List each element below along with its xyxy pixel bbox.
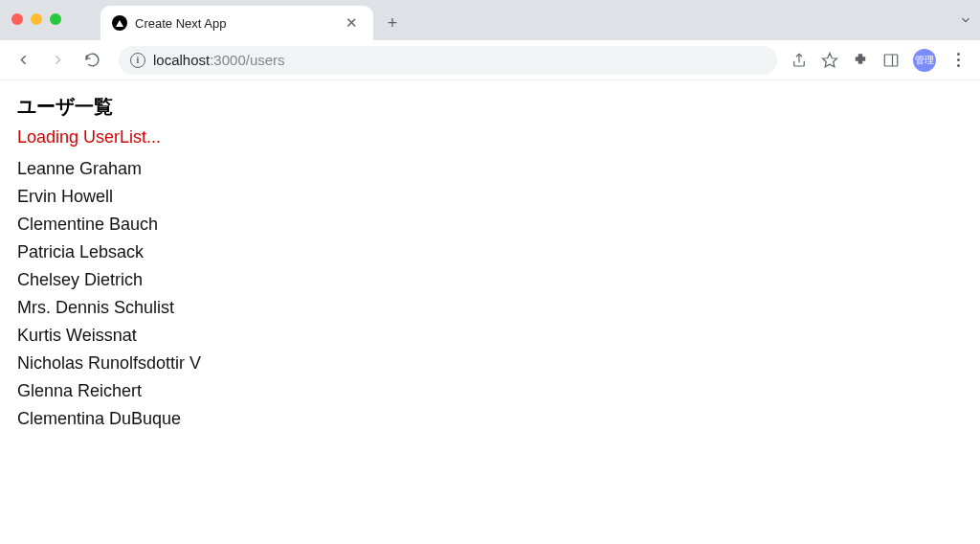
user-list-item: Leanne Graham — [17, 155, 963, 183]
new-tab-button[interactable]: + — [379, 10, 406, 36]
user-list-item: Nicholas Runolfsdottir V — [17, 350, 963, 377]
address-bar[interactable]: localhost:3000/users — [119, 46, 777, 75]
minimize-window-button[interactable] — [31, 13, 42, 25]
svg-rect-1 — [884, 55, 898, 66]
browser-toolbar: localhost:3000/users 管理 — [0, 40, 980, 80]
user-list-item: Glenna Reichert — [17, 377, 963, 405]
reload-button[interactable] — [78, 47, 105, 74]
extensions-icon[interactable] — [852, 52, 869, 69]
bookmark-star-icon[interactable] — [821, 52, 838, 69]
user-list-item: Chelsey Dietrich — [17, 266, 963, 294]
toolbar-right: 管理 — [791, 49, 970, 72]
site-info-icon[interactable] — [130, 53, 145, 68]
profile-avatar[interactable]: 管理 — [913, 49, 936, 72]
user-list-item: Ervin Howell — [17, 183, 963, 211]
back-button[interactable] — [10, 47, 36, 74]
tab-favicon-icon — [112, 15, 127, 31]
tab-strip: Create Next App ✕ + — [0, 0, 980, 40]
side-panel-icon[interactable] — [882, 52, 900, 69]
user-list-item: Patricia Lebsack — [17, 238, 963, 266]
page-heading: ユーザ一覧 — [17, 94, 963, 120]
url-text: localhost:3000/users — [153, 52, 285, 68]
tabs-dropdown-icon[interactable] — [959, 13, 972, 31]
svg-marker-0 — [823, 53, 837, 66]
user-list-item: Mrs. Dennis Schulist — [17, 294, 963, 322]
loading-text: Loading UserList... — [17, 127, 963, 147]
browser-tab[interactable]: Create Next App ✕ — [100, 6, 373, 40]
user-list-item: Kurtis Weissnat — [17, 322, 963, 350]
close-window-button[interactable] — [11, 13, 23, 25]
share-icon[interactable] — [791, 52, 808, 69]
user-list-item: Clementina DuBuque — [17, 405, 963, 433]
maximize-window-button[interactable] — [50, 13, 61, 25]
tab-title: Create Next App — [135, 16, 334, 31]
window-controls — [11, 13, 61, 25]
tab-close-button[interactable]: ✕ — [342, 12, 362, 34]
kebab-menu-icon[interactable] — [949, 53, 967, 67]
page-content: ユーザ一覧 Loading UserList... Leanne GrahamE… — [0, 80, 980, 446]
user-list-item: Clementine Bauch — [17, 211, 963, 238]
user-list: Leanne GrahamErvin HowellClementine Bauc… — [17, 155, 963, 433]
forward-button[interactable] — [44, 47, 71, 74]
